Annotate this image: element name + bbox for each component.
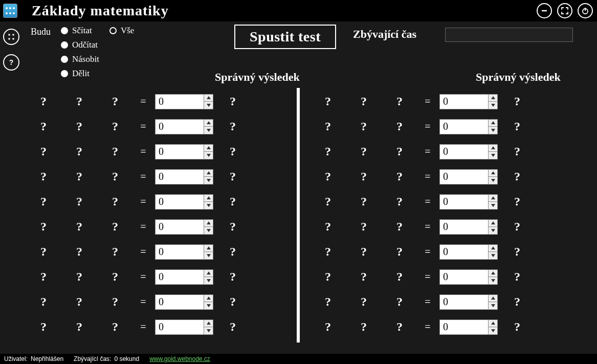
- answer-spinner[interactable]: [439, 269, 498, 285]
- answer-spinner[interactable]: [155, 294, 213, 310]
- radio-vse[interactable]: Vše: [109, 26, 134, 36]
- answer-input[interactable]: [440, 120, 488, 134]
- spin-down-button[interactable]: [204, 127, 213, 134]
- spin-up-button[interactable]: [204, 320, 213, 328]
- answer-input[interactable]: [156, 145, 204, 159]
- spin-down-button[interactable]: [489, 277, 497, 284]
- radio-nasobit[interactable]: Násobit: [61, 54, 99, 64]
- answer-spinner[interactable]: [439, 94, 498, 109]
- answer-input[interactable]: [156, 95, 204, 109]
- spin-down-button[interactable]: [489, 102, 497, 109]
- spin-down-button[interactable]: [489, 177, 497, 184]
- answer-spinner[interactable]: [155, 269, 213, 285]
- answer-input[interactable]: [156, 220, 204, 234]
- spin-up-button[interactable]: [489, 220, 497, 228]
- answer-input[interactable]: [156, 320, 204, 334]
- radio-odcitat[interactable]: Odčítat: [61, 40, 99, 50]
- operand-cell: ?: [61, 295, 97, 309]
- answer-spinner[interactable]: [439, 169, 498, 185]
- answer-spinner[interactable]: [155, 219, 213, 235]
- spin-up-button[interactable]: [204, 220, 213, 228]
- answer-spinner[interactable]: [155, 194, 213, 210]
- spin-down-button[interactable]: [204, 252, 213, 259]
- spin-down-button[interactable]: [489, 252, 497, 259]
- spin-up-button[interactable]: [489, 195, 497, 202]
- spin-down-button[interactable]: [204, 277, 213, 284]
- operand-cell: ?: [61, 270, 97, 284]
- spin-down-button[interactable]: [489, 202, 497, 209]
- answer-input[interactable]: [156, 120, 204, 134]
- start-test-button[interactable]: Spustit test: [234, 25, 336, 49]
- operand-cell: ?: [382, 220, 417, 234]
- problem-row: ???=?: [310, 314, 571, 339]
- answer-input[interactable]: [440, 245, 488, 259]
- radio-scitat[interactable]: Sčítat: [61, 26, 99, 36]
- answer-input[interactable]: [156, 170, 204, 184]
- radio-delit[interactable]: Dělit: [61, 69, 99, 79]
- spin-down-button[interactable]: [489, 127, 497, 134]
- spin-up-button[interactable]: [489, 120, 497, 127]
- spin-up-button[interactable]: [204, 245, 213, 253]
- spin-up-button[interactable]: [204, 195, 213, 202]
- spin-up-button[interactable]: [204, 95, 213, 102]
- answer-spinner[interactable]: [155, 144, 213, 160]
- answer-spinner[interactable]: [439, 219, 498, 235]
- spin-up-button[interactable]: [489, 270, 497, 278]
- answer-spinner[interactable]: [439, 244, 498, 260]
- answer-spinner[interactable]: [439, 294, 498, 310]
- spin-up-button[interactable]: [204, 295, 213, 303]
- answer-spinner[interactable]: [439, 119, 498, 134]
- spin-up-button[interactable]: [204, 170, 213, 177]
- answer-input[interactable]: [440, 170, 488, 184]
- answer-input[interactable]: [440, 145, 488, 159]
- answer-input[interactable]: [440, 295, 488, 309]
- spin-up-button[interactable]: [489, 295, 497, 303]
- spin-down-button[interactable]: [204, 302, 213, 309]
- spin-down-button[interactable]: [204, 327, 213, 334]
- answer-input[interactable]: [440, 220, 488, 234]
- answer-input[interactable]: [440, 320, 488, 334]
- answer-spinner[interactable]: [155, 169, 213, 185]
- answer-spinner[interactable]: [155, 244, 213, 260]
- spin-down-button[interactable]: [204, 102, 213, 109]
- problem-row: ???=?: [310, 239, 571, 264]
- spin-up-button[interactable]: [489, 145, 497, 152]
- spin-up-button[interactable]: [489, 95, 497, 102]
- answer-input[interactable]: [440, 95, 488, 109]
- power-button[interactable]: [578, 3, 593, 18]
- spin-up-button[interactable]: [204, 270, 213, 278]
- spin-down-button[interactable]: [489, 227, 497, 234]
- spin-down-button[interactable]: [489, 302, 497, 309]
- spin-down-button[interactable]: [489, 152, 497, 159]
- svg-marker-47: [491, 329, 495, 332]
- answer-spinner[interactable]: [439, 320, 498, 335]
- answer-spinner[interactable]: [155, 320, 213, 335]
- answer-spinner[interactable]: [439, 144, 498, 160]
- spin-down-button[interactable]: [204, 152, 213, 159]
- answer-input[interactable]: [156, 195, 204, 209]
- answer-spinner[interactable]: [155, 119, 213, 134]
- answer-spinner[interactable]: [439, 194, 498, 210]
- spin-up-button[interactable]: [204, 145, 213, 152]
- spin-down-button[interactable]: [204, 177, 213, 184]
- answer-input[interactable]: [156, 270, 204, 284]
- spin-up-button[interactable]: [489, 245, 497, 253]
- menu-button[interactable]: [3, 29, 19, 45]
- answer-input[interactable]: [156, 295, 204, 309]
- status-link[interactable]: www.goid.webnode.cz: [149, 355, 210, 362]
- answer-input[interactable]: [156, 245, 204, 259]
- answer-input[interactable]: [440, 270, 488, 284]
- spin-down-button[interactable]: [204, 227, 213, 234]
- spin-up-button[interactable]: [489, 320, 497, 328]
- minimize-button[interactable]: [537, 3, 552, 18]
- answer-input[interactable]: [440, 195, 488, 209]
- result-cell: ?: [215, 170, 251, 184]
- spin-up-button[interactable]: [204, 120, 213, 127]
- svg-marker-41: [491, 254, 495, 257]
- fullscreen-button[interactable]: [557, 3, 572, 18]
- spin-up-button[interactable]: [489, 170, 497, 177]
- help-button[interactable]: ?: [3, 54, 19, 71]
- spin-down-button[interactable]: [489, 327, 497, 334]
- answer-spinner[interactable]: [155, 94, 213, 109]
- spin-down-button[interactable]: [204, 202, 213, 209]
